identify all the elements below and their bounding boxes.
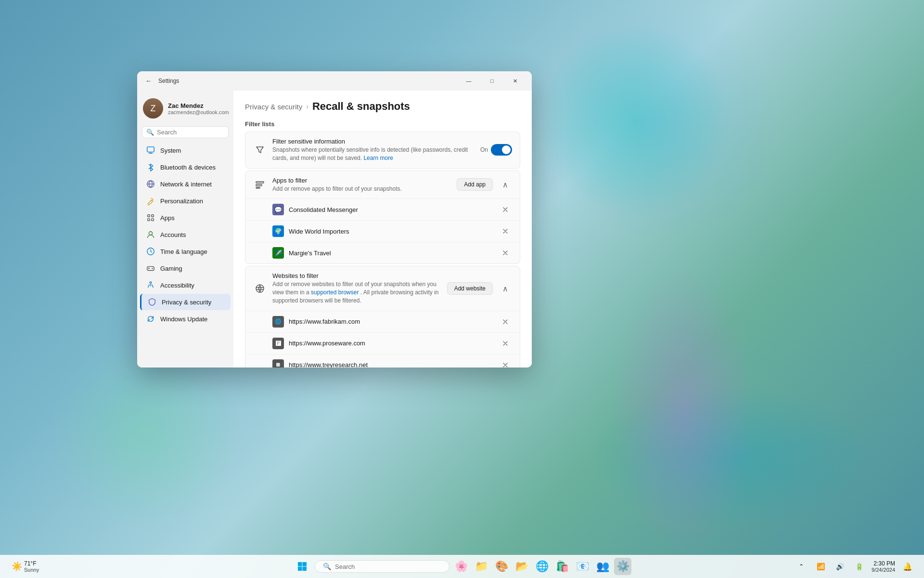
taskbar-app-teams[interactable]: 👥 — [594, 558, 611, 575]
sensitive-info-title: Filter sensitive information — [272, 138, 475, 145]
network-tray-icon[interactable]: 📶 — [812, 558, 829, 575]
swirl-4 — [611, 265, 756, 554]
weather-info: 71°F Sunny — [24, 560, 39, 573]
tray-overflow-btn[interactable]: ⌃ — [793, 558, 810, 575]
svg-point-6 — [149, 232, 152, 235]
taskbar-app-3[interactable]: 🎨 — [493, 558, 510, 575]
websites-filter-collapse-btn[interactable]: ∧ — [499, 282, 512, 295]
volume-tray-icon[interactable]: 🔊 — [831, 558, 848, 575]
sidebar-item-apps[interactable]: Apps — [140, 210, 231, 226]
sidebar-item-privacy[interactable]: Privacy & security — [140, 294, 231, 310]
search-input[interactable] — [157, 129, 224, 136]
weather-temp: 71°F — [24, 560, 39, 567]
sensitive-info-toggle-label: On — [480, 146, 488, 153]
system-clock[interactable]: 2:30 PM 9/24/2024 — [872, 560, 895, 573]
apps-to-filter-title: Apps to filter — [272, 177, 451, 184]
taskbar-left: ☀️ 71°F Sunny — [8, 558, 43, 575]
list-item-margies-travel: ✈️ Margie's Travel — [245, 242, 520, 263]
apps-filter-collapse-btn[interactable]: ∧ — [499, 178, 512, 191]
breadcrumb-current: Recall & snapshots — [312, 100, 410, 113]
taskbar-app-settings-active[interactable]: ⚙️ — [614, 558, 631, 575]
websites-filter-icon — [253, 282, 267, 295]
add-website-button[interactable]: Add website — [447, 282, 493, 295]
treyresearch-icon: 🔲 — [272, 359, 284, 368]
list-item-fabrikam: 🌐 https://www.fabrikam.com — [245, 311, 520, 333]
sensitive-info-toggle-container: On — [480, 144, 512, 156]
accounts-icon — [146, 230, 155, 239]
maximize-button[interactable]: □ — [481, 73, 503, 89]
start-button[interactable] — [293, 557, 312, 576]
svg-rect-8 — [147, 266, 154, 270]
margies-travel-icon: ✈️ — [272, 247, 284, 259]
add-app-button[interactable]: Add app — [457, 178, 493, 191]
sidebar-item-accessibility[interactable]: Accessibility — [140, 277, 231, 293]
avatar-face: Z — [143, 98, 163, 118]
weather-widget[interactable]: ☀️ 71°F Sunny — [8, 558, 43, 575]
window-body: Z Zac Mendez zacmendez@outlook.com 🔍 Sys… — [137, 91, 532, 368]
taskbar-app-4[interactable]: 📂 — [513, 558, 530, 575]
delete-margies-travel-btn[interactable] — [499, 246, 512, 260]
supported-browser-link[interactable]: supported browser — [311, 289, 359, 296]
taskbar-app-2[interactable]: 📁 — [473, 558, 490, 575]
delete-consolidated-btn[interactable] — [499, 203, 512, 216]
breadcrumb-parent[interactable]: Privacy & security — [245, 103, 302, 111]
window-controls: — □ ✕ — [458, 73, 526, 89]
svg-rect-18 — [303, 567, 307, 571]
time-icon — [146, 247, 155, 256]
taskbar-app-mail[interactable]: 📧 — [574, 558, 591, 575]
system-icon — [146, 145, 155, 155]
delete-proseware-btn[interactable] — [499, 337, 512, 350]
sidebar-item-system[interactable]: System — [140, 142, 231, 158]
sidebar-search-box[interactable]: 🔍 — [142, 126, 229, 138]
sensitive-info-row: Filter sensitive information Snapshots w… — [245, 132, 520, 168]
notification-btn[interactable]: 🔔 — [899, 558, 916, 575]
apps-to-filter-card: Apps to filter Add or remove apps to fil… — [245, 171, 520, 264]
taskbar-app-store[interactable]: 🛍️ — [553, 558, 571, 575]
minimize-button[interactable]: — — [458, 73, 480, 89]
treyresearch-url: https://www.treyresearch.net — [289, 361, 494, 368]
fabrikam-icon: 🌐 — [272, 316, 284, 328]
filter-lists-title: Filter lists — [245, 120, 520, 128]
proseware-icon: 🅿 — [272, 338, 284, 349]
sidebar-item-time[interactable]: Time & language — [140, 243, 231, 260]
sensitive-info-toggle[interactable] — [491, 144, 512, 156]
sidebar-item-update[interactable]: Windows Update — [140, 311, 231, 327]
taskbar-search[interactable]: 🔍 Search — [315, 560, 449, 573]
weather-condition: Sunny — [24, 567, 39, 573]
user-email: zacmendez@outlook.com — [168, 109, 229, 115]
taskbar-app-edge[interactable]: 🌐 — [533, 558, 551, 575]
taskbar-right: ⌃ 📶 🔊 🔋 2:30 PM 9/24/2024 🔔 — [793, 558, 916, 575]
clock-time: 2:30 PM — [872, 560, 895, 567]
sidebar-item-accounts[interactable]: Accounts — [140, 226, 231, 243]
delete-fabrikam-btn[interactable] — [499, 315, 512, 328]
sidebar-item-gaming[interactable]: Gaming — [140, 260, 231, 276]
sidebar-item-bluetooth[interactable]: Bluetooth & devices — [140, 159, 231, 175]
back-button[interactable]: ← — [143, 75, 154, 87]
sensitive-info-text: Filter sensitive information Snapshots w… — [272, 138, 475, 162]
update-icon — [146, 314, 155, 324]
apps-icon — [146, 213, 155, 223]
websites-to-filter-text: Websites to filter Add or remove website… — [272, 272, 441, 304]
sensitive-info-link[interactable]: Learn more — [363, 155, 393, 161]
sidebar-item-network[interactable]: Network & internet — [140, 176, 231, 192]
close-button[interactable]: ✕ — [504, 73, 526, 89]
sidebar-item-personalization[interactable]: Personalization — [140, 193, 231, 209]
sidebar-label-apps: Apps — [160, 214, 175, 222]
websites-to-filter-card: Websites to filter Add or remove website… — [245, 266, 520, 368]
user-profile[interactable]: Z Zac Mendez zacmendez@outlook.com — [137, 94, 233, 124]
title-bar: ← Settings — □ ✕ — [137, 71, 532, 91]
sensitive-info-card: Filter sensitive information Snapshots w… — [245, 131, 520, 169]
window-title: Settings — [158, 78, 458, 84]
delete-wide-world-btn[interactable] — [499, 224, 512, 238]
battery-tray-icon[interactable]: 🔋 — [850, 558, 868, 575]
consolidated-messenger-icon: 💬 — [272, 204, 284, 215]
sensitive-info-desc: Snapshots where potentially sensitive in… — [272, 146, 475, 162]
sidebar-label-bluetooth: Bluetooth & devices — [160, 164, 216, 171]
user-name: Zac Mendez — [168, 102, 229, 109]
svg-rect-0 — [147, 147, 154, 152]
svg-rect-3 — [152, 215, 154, 217]
sidebar-label-system: System — [160, 147, 181, 154]
delete-treyresearch-btn[interactable] — [499, 358, 512, 368]
taskbar-app-1[interactable]: 🌸 — [452, 558, 470, 575]
apps-to-filter-header: Apps to filter Add or remove apps to fil… — [245, 171, 520, 199]
